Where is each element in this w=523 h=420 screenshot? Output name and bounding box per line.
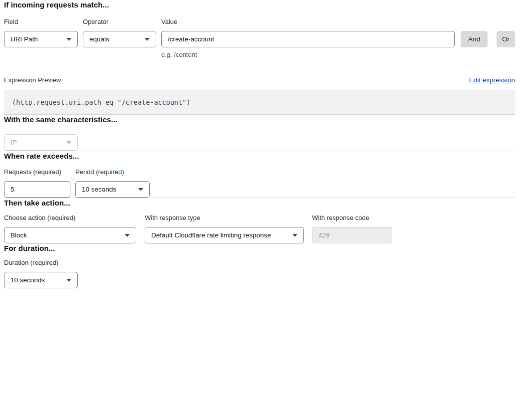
expression-preview-header: Expression Preview Edit expression: [4, 76, 515, 84]
choose-action-select[interactable]: Block: [4, 227, 136, 243]
and-button[interactable]: And: [461, 31, 488, 47]
response-type-label: With response type: [145, 214, 304, 221]
chevron-down-icon: [66, 38, 71, 41]
section-action: Then take action... Choose action (requi…: [4, 198, 515, 243]
response-type-select-value: Default Cloudflare rate limiting respons…: [151, 231, 288, 239]
chevron-down-icon: [66, 141, 71, 144]
field-select[interactable]: URI Path: [4, 31, 78, 47]
duration-select[interactable]: 10 seconds: [4, 272, 78, 288]
section-characteristics: With the same characteristics... IP: [4, 115, 515, 151]
operator-select[interactable]: equals: [83, 31, 156, 47]
response-code-input: [312, 227, 392, 243]
response-type-select[interactable]: Default Cloudflare rate limiting respons…: [145, 227, 304, 243]
field-select-value: URI Path: [10, 35, 62, 43]
choose-action-select-value: Block: [10, 231, 121, 239]
value-input[interactable]: [161, 31, 455, 47]
field-label: Field: [4, 18, 78, 25]
match-fields-row: Field URI Path Operator equals Value e.g…: [4, 18, 515, 58]
chevron-down-icon: [145, 38, 150, 41]
duration-label: Duration (required): [4, 259, 78, 266]
duration-select-value: 10 seconds: [10, 276, 62, 284]
value-label: Value: [161, 18, 455, 25]
action-fields-row: Choose action (required) Block With resp…: [4, 214, 515, 243]
characteristic-select-value: IP: [10, 139, 62, 146]
chevron-down-icon: [292, 234, 297, 237]
requests-label: Requests (required): [4, 169, 70, 176]
period-label: Period (required): [75, 169, 150, 176]
section-duration: For duration... Duration (required) 10 s…: [4, 243, 515, 288]
value-helper-text: e.g. /content: [161, 51, 455, 58]
expression-code: (http.request.uri.path eq "/create-accou…: [12, 98, 191, 106]
section-rate: When rate exceeds... Requests (required)…: [4, 151, 515, 198]
rate-fields-row: Requests (required) Period (required) 10…: [4, 169, 515, 198]
chevron-down-icon: [125, 234, 130, 237]
characteristic-select: IP: [4, 134, 78, 151]
requests-input[interactable]: [4, 181, 70, 198]
choose-action-label: Choose action (required): [4, 214, 136, 221]
edit-expression-link[interactable]: Edit expression: [469, 76, 515, 84]
operator-select-value: equals: [89, 35, 141, 43]
match-section-heading: If incoming requests match...: [4, 0, 515, 9]
period-select-value: 10 seconds: [82, 186, 134, 193]
chevron-down-icon: [138, 188, 143, 191]
chevron-down-icon: [66, 279, 71, 282]
response-code-label: With response code: [312, 214, 392, 221]
expression-preview-label: Expression Preview: [4, 76, 61, 84]
section-match: If incoming requests match... Field URI …: [4, 0, 515, 114]
period-select[interactable]: 10 seconds: [75, 181, 150, 198]
characteristics-section-heading: With the same characteristics...: [4, 115, 515, 124]
expression-preview-code-block: (http.request.uri.path eq "/create-accou…: [4, 90, 515, 114]
or-button[interactable]: Or: [497, 31, 515, 47]
operator-label: Operator: [83, 18, 156, 25]
rate-limit-rule-form: If incoming requests match... Field URI …: [4, 0, 515, 288]
action-section-heading: Then take action...: [4, 198, 515, 208]
duration-section-heading: For duration...: [4, 243, 515, 253]
rate-section-heading: When rate exceeds...: [4, 151, 515, 161]
